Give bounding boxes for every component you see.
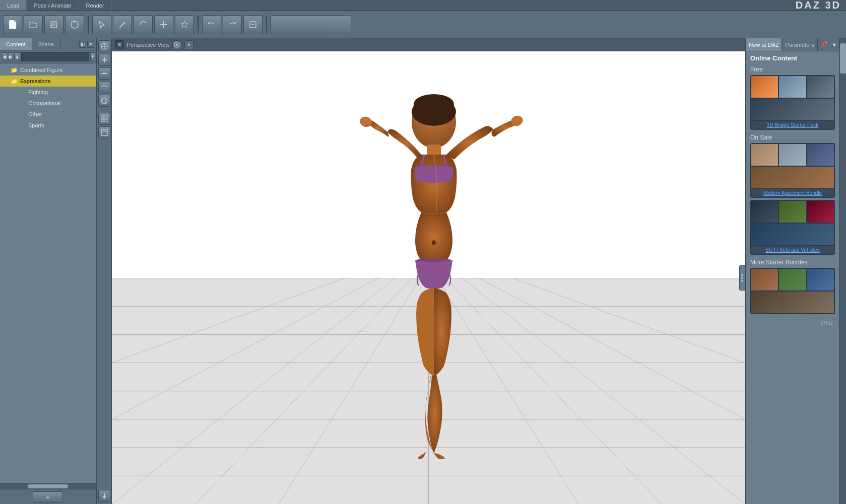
viewport-menu-btn[interactable]: ▼ — [184, 40, 193, 49]
main-toolbar: 📄 — [0, 11, 846, 38]
viewport-camera-btn[interactable] — [172, 40, 181, 49]
tree-item-other[interactable]: Other — [0, 109, 96, 120]
menu-load[interactable]: Load — [0, 0, 27, 11]
toolbar-save-btn[interactable] — [44, 15, 63, 34]
toolbar-new-btn[interactable]: 📄 — [3, 15, 22, 34]
panel-icon-1[interactable]: ◧ — [79, 41, 86, 48]
handle-dot-3 — [741, 280, 743, 282]
toolbar-separator-2 — [198, 16, 199, 34]
toolbar-circle-btn[interactable] — [65, 15, 84, 34]
tree-item-expressions[interactable]: Expressions — [0, 76, 96, 87]
viewport-canvas[interactable] — [112, 51, 745, 504]
svg-rect-20 — [101, 119, 104, 122]
panel-tab-icons: ◧ ▼ — [79, 38, 96, 50]
toolbar-star-btn[interactable] — [175, 15, 194, 34]
panel-tabs: Content Scene ◧ ▼ — [0, 38, 96, 50]
svg-rect-18 — [101, 116, 104, 118]
sci-fi-card[interactable]: Sci Fi Sets and Vehicles — [750, 200, 835, 255]
svg-point-17 — [103, 98, 106, 104]
folder-icon-expressions — [10, 77, 18, 85]
on-sale-section-title: On Sale — [750, 134, 835, 141]
img-sci-3 — [807, 200, 834, 223]
svg-rect-22 — [101, 129, 107, 135]
bridge-starter-img — [751, 76, 834, 121]
img-apt-2 — [778, 143, 806, 166]
sci-fi-label[interactable]: Sci Fi Sets and Vehicles — [751, 246, 834, 254]
starter-bundles-title: More Starter Bundles — [750, 259, 835, 266]
handle-dot-1 — [741, 274, 743, 276]
panel-bottom-toolbar: + — [0, 489, 96, 504]
item-icon-other — [18, 110, 26, 118]
starter-bundles-card[interactable] — [750, 268, 835, 314]
side-btn-grid[interactable] — [98, 113, 110, 125]
toolbar-draw-btn[interactable] — [113, 15, 132, 34]
tree-item-combined-figure[interactable]: Combined Figure — [0, 64, 96, 76]
tree-item-occupational[interactable]: Occupational — [0, 98, 96, 109]
toolbar-select-btn[interactable] — [92, 15, 111, 34]
search-forward-btn[interactable]: ▶ — [8, 52, 13, 61]
toolbar-undo-btn[interactable] — [202, 15, 221, 34]
scrollbar-thumb[interactable] — [28, 484, 68, 488]
search-back-btn[interactable]: ◀ — [2, 52, 7, 61]
mu-icon: mu — [750, 316, 835, 329]
tab-new-at-daz[interactable]: New at DAZ — [746, 38, 782, 51]
online-content-title: Online Content — [750, 54, 835, 62]
bridge-starter-label[interactable]: 3D Bridge Starter Pack — [751, 121, 834, 129]
img-cell-bridge-4 — [751, 98, 834, 121]
search-input[interactable] — [21, 52, 89, 61]
viewport-title: Perspective View — [127, 42, 169, 48]
tab-parameters[interactable]: Parameters — [782, 38, 818, 51]
svg-point-54 — [432, 240, 436, 245]
modern-apartment-img — [751, 143, 834, 189]
side-btn-down[interactable] — [98, 490, 110, 502]
search-up-btn[interactable]: ▲ — [14, 52, 20, 61]
svg-rect-19 — [105, 116, 107, 118]
modern-apartment-label[interactable]: Modern Apartment Bundle — [751, 189, 834, 197]
side-btn-frame[interactable] — [98, 126, 110, 138]
right-panel-menu-btn[interactable]: ▼ — [830, 38, 839, 51]
modern-apartment-card[interactable]: Modern Apartment Bundle — [750, 143, 835, 198]
tree-item-sports[interactable]: Sports — [0, 120, 96, 131]
left-panel: Content Scene ◧ ▼ ◀ ▶ ▲ ▼ 🔍 ✕ Combined F… — [0, 38, 97, 504]
side-toolbar — [97, 38, 112, 504]
toolbar-plus-btn[interactable] — [154, 15, 173, 34]
right-scrollbar[interactable] — [839, 38, 846, 504]
folder-icon — [10, 66, 18, 74]
viewport-right-collapse[interactable] — [739, 265, 745, 291]
bridge-starter-card[interactable]: 3D Bridge Starter Pack — [750, 75, 835, 130]
right-scrollbar-thumb[interactable] — [840, 43, 846, 74]
viewport-container: ⊞ Perspective View ▼ — [112, 38, 745, 504]
toolbar-dropdown[interactable] — [271, 15, 351, 34]
free-section-title: Free — [750, 66, 835, 73]
panel-icon-2[interactable]: ▼ — [87, 41, 94, 48]
tab-scene[interactable]: Scene — [32, 38, 60, 50]
tab-content[interactable]: Content — [0, 38, 32, 50]
panel-scrollbar[interactable] — [0, 483, 96, 489]
side-btn-rotate-view[interactable] — [98, 81, 110, 93]
svg-rect-1 — [52, 22, 55, 24]
img-apt-4 — [751, 166, 834, 189]
viewport-header: ⊞ Perspective View ▼ — [112, 38, 745, 51]
menu-pose-animate[interactable]: Pose / Animate — [27, 0, 79, 11]
side-btn-navigate[interactable] — [98, 40, 110, 52]
viewport-grid-icon[interactable]: ⊞ — [115, 40, 124, 49]
search-filter-btn[interactable]: ▼ — [90, 52, 95, 61]
img-cell-bridge-2 — [778, 76, 806, 98]
side-btn-zoom-in[interactable] — [98, 54, 110, 66]
img-sci-2 — [778, 200, 806, 223]
side-btn-zoom-out[interactable] — [98, 67, 110, 80]
menu-render[interactable]: Render — [79, 0, 111, 11]
tree-item-fighting[interactable]: Fighting — [0, 87, 96, 98]
right-panel-tabs: New at DAZ Parameters 📌 ▼ — [746, 38, 839, 51]
toolbar-redo-btn[interactable] — [223, 15, 242, 34]
daz-logo: DAZ 3D — [796, 0, 846, 11]
svg-marker-7 — [181, 21, 188, 28]
starter-bundles-img — [751, 268, 834, 314]
toolbar-rotate-btn[interactable] — [134, 15, 153, 34]
right-panel-pin-btn[interactable]: 📌 — [818, 38, 830, 51]
side-btn-globe[interactable] — [98, 95, 110, 107]
toolbar-open-btn[interactable] — [24, 15, 43, 34]
toolbar-reset-btn[interactable] — [243, 15, 263, 34]
add-content-btn[interactable]: + — [33, 491, 63, 502]
3d-figure — [333, 77, 525, 459]
